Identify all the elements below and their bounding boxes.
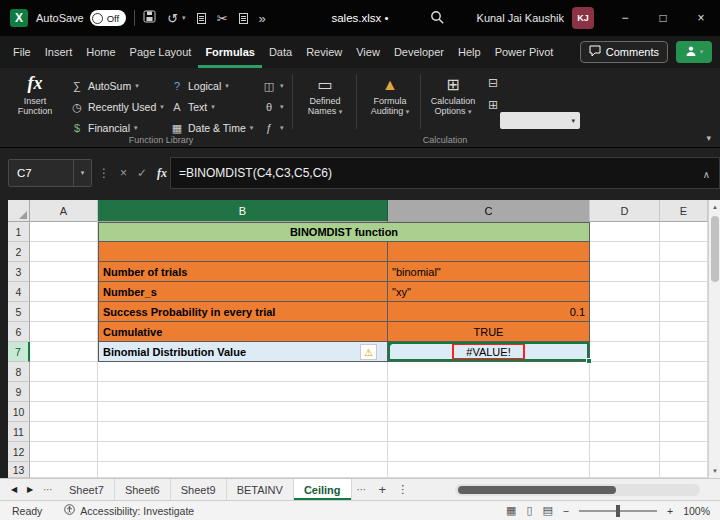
cell-D12[interactable] [590,442,660,462]
cell-A4[interactable] [30,282,98,302]
sheet-tab-sheet9[interactable]: Sheet9 [171,479,227,500]
cell-C8[interactable] [388,362,590,382]
sheet-tab-ceiling[interactable]: Ceiling [294,479,352,500]
row-header-5[interactable]: 5 [8,302,30,322]
cell-A6[interactable] [30,322,98,342]
cell-C4[interactable]: "xy" [388,282,590,302]
menu-logical[interactable]: ?Logical▾ [170,76,253,96]
cell-D13[interactable] [590,462,660,478]
cell-C12[interactable] [388,442,590,462]
cell-D5[interactable] [590,302,660,322]
scroll-down-icon[interactable]: ▼ [709,464,720,478]
error-warning-button[interactable]: ⚠ [360,344,377,360]
cell-E11[interactable] [660,422,708,442]
comments-button[interactable]: Comments [580,41,668,63]
cell-E8[interactable] [660,362,708,382]
page-break-view-icon[interactable]: ▤ [542,504,552,517]
minimize-button[interactable]: − [606,0,644,36]
cell-A8[interactable] [30,362,98,382]
row-header-1[interactable]: 1 [8,222,30,242]
row-header-11[interactable]: 11 [8,422,30,442]
zoom-level[interactable]: 100% [683,505,710,517]
row-header-8[interactable]: 8 [8,362,30,382]
row-header-3[interactable]: 3 [8,262,30,282]
sheet-next-icon[interactable]: ▶ [22,485,38,494]
ribbon-tab-file[interactable]: File [6,36,38,68]
row-header-9[interactable]: 9 [8,382,30,402]
name-box[interactable]: C7 ▾ [8,159,92,187]
sheet-tab-sheet6[interactable]: Sheet6 [115,479,171,500]
cell-A2[interactable] [30,242,98,262]
sheet-prev-icon[interactable]: ◀ [6,485,22,494]
save-button[interactable] [143,10,156,26]
cell-C6[interactable]: TRUE [388,322,590,342]
select-all-corner[interactable] [8,200,30,222]
undo-button[interactable]: ↺ [167,11,178,26]
formula-input[interactable]: =BINOMDIST(C4,C3,C5,C6) ∧ [170,157,720,189]
cell-A7[interactable] [30,342,98,362]
cell-D1[interactable] [590,222,660,242]
row-header-7[interactable]: 7 [8,342,30,362]
cell-A10[interactable] [30,402,98,422]
cell-B11[interactable] [98,422,388,442]
cell-C11[interactable] [388,422,590,442]
cell-C5[interactable]: 0.1 [388,302,590,322]
row-header-10[interactable]: 10 [8,402,30,422]
column-header-C[interactable]: C [388,200,590,222]
cell-D7[interactable] [590,342,660,362]
cell-D4[interactable] [590,282,660,302]
cell-C13[interactable] [388,462,590,478]
maximize-button[interactable]: □ [644,0,682,36]
calculate-now-button[interactable]: ⊟ [488,76,498,90]
menu-math-icon[interactable]: θ▾ [262,97,284,117]
vertical-scrollbar-thumb[interactable] [711,216,719,282]
cell-B2[interactable] [98,242,388,262]
close-button[interactable]: × [682,0,720,36]
user-name[interactable]: Kunal Jai Kaushik [477,12,564,24]
cell-E2[interactable] [660,242,708,262]
row-header-2[interactable]: 2 [8,242,30,262]
undo-caret-icon[interactable]: ▾ [182,14,186,22]
scroll-up-icon[interactable]: ▲ [709,200,720,214]
cell-B13[interactable] [98,462,388,478]
paste-button[interactable] [239,13,248,24]
more-sheets-right-icon[interactable]: ⋯ [357,484,368,495]
calculate-sheet-button[interactable]: ⊞ [488,98,498,112]
cell-E4[interactable] [660,282,708,302]
zoom-in-icon[interactable]: + [667,505,673,517]
row-header-12[interactable]: 12 [8,442,30,462]
copy-button[interactable] [197,13,206,24]
ribbon-tab-insert[interactable]: Insert [38,36,80,68]
vertical-scrollbar[interactable]: ▲ ▼ [708,200,720,478]
normal-view-icon[interactable]: ▦ [506,504,516,517]
menu-lookup-icon[interactable]: ◫▾ [262,76,284,96]
menu-autosum[interactable]: ∑AutoSum▾ [70,76,164,96]
zoom-slider-knob[interactable] [616,505,620,517]
cell-B7[interactable]: Binomial Distribution Value [98,342,388,362]
cell-E7[interactable] [660,342,708,362]
cell-A3[interactable] [30,262,98,282]
cut-button[interactable]: ✂ [217,11,228,26]
cell-C3[interactable]: "binomial" [388,262,590,282]
add-sheet-button[interactable]: + [379,482,387,497]
ribbon-tab-review[interactable]: Review [299,36,349,68]
row-header-13[interactable]: 13 [8,462,30,478]
column-header-D[interactable]: D [590,200,660,222]
cell-D6[interactable] [590,322,660,342]
formula-auditing-button[interactable]: ▲ Formula Auditing ▾ [362,72,418,117]
horizontal-scrollbar[interactable] [455,484,700,496]
cell-A9[interactable] [30,382,98,402]
share-button[interactable]: ▾ [676,41,712,63]
zoom-out-icon[interactable]: − [563,505,569,517]
sheet-tab-betainv[interactable]: BETAINV [227,479,294,500]
cell-B3[interactable]: Number of trials [98,262,388,282]
row-header-4[interactable]: 4 [8,282,30,302]
insert-function-button[interactable]: fx Insert Function [6,72,64,116]
cell-D3[interactable] [590,262,660,282]
cell-E10[interactable] [660,402,708,422]
cell-D11[interactable] [590,422,660,442]
cell-B8[interactable] [98,362,388,382]
ribbon-tab-help[interactable]: Help [451,36,488,68]
name-box-caret-icon[interactable]: ▾ [73,160,91,186]
collapse-ribbon-icon[interactable]: ▾ [706,133,711,143]
